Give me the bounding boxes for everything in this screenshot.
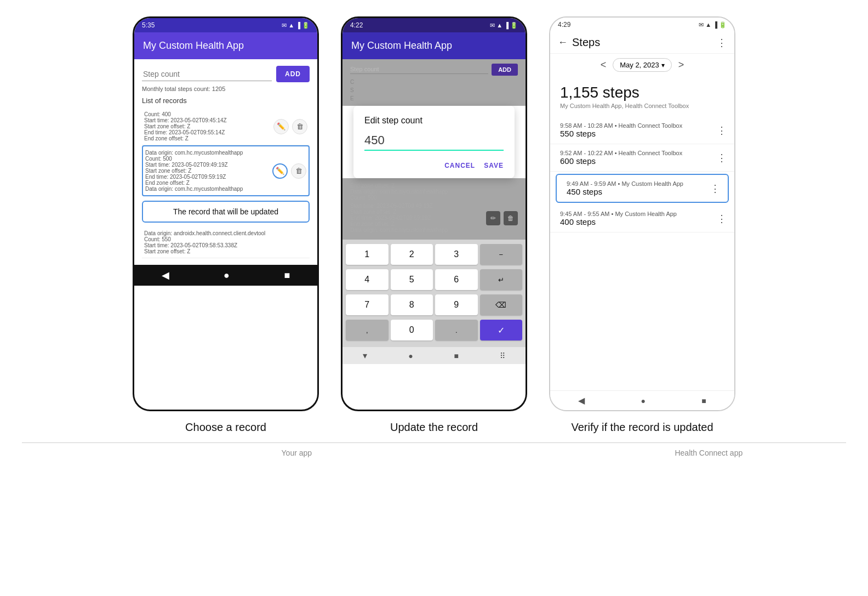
footer-your-app: Your app [22, 442, 572, 457]
phone3-steps-hero: 1,155 steps My Custom Health App, Health… [550, 76, 734, 112]
record3-start: Start time: 2023-05-02T09:58:53.338Z [144, 242, 271, 248]
phone1-nav-back[interactable]: ◀ [162, 269, 169, 281]
phone1-callout: The record that will be updated [142, 201, 310, 223]
phone1-monthly-total: Monthly total steps count: 1205 [142, 86, 310, 92]
key-comma[interactable]: , [346, 320, 389, 340]
phone3-record-2: 9:52 AM - 10:22 AM • Health Connect Tool… [550, 144, 734, 172]
phone3-record2-steps: 600 steps [560, 156, 724, 166]
key-2[interactable]: 2 [391, 244, 433, 265]
phone3-back-btn[interactable]: ← [558, 37, 568, 48]
phone2-status-bar: 4:22 ✉▲▐🔋 [342, 18, 526, 32]
phone1-app-bar: My Custom Health App [134, 32, 317, 59]
phone2-nav-recent[interactable]: ■ [454, 351, 458, 360]
record1-actions: ✏️ 🗑 [273, 119, 307, 134]
phone3-record1-time: 9:58 AM - 10:28 AM • Health Connect Tool… [560, 122, 724, 129]
phone1-content: ADD Monthly total steps count: 1205 List… [134, 59, 317, 265]
phone3-records-list: 9:58 AM - 10:28 AM • Health Connect Tool… [550, 112, 734, 390]
key-6[interactable]: 6 [435, 269, 478, 290]
phone1-record-3: Data origin: androidx.health.connect.cli… [142, 227, 310, 258]
phone3-record2-time: 9:52 AM - 10:22 AM • Health Connect Tool… [560, 150, 724, 156]
phone3-shell: 4:29 ✉▲▐🔋 ← Steps ⋮ < May 2, 2023 ▾ > 1,… [549, 16, 735, 411]
keyboard-row-4: , 0 . ✓ [345, 319, 523, 342]
phone3-record1-more[interactable]: ⋮ [717, 124, 727, 137]
record3-start-zone: Start zone offset: Z [144, 248, 271, 254]
key-5[interactable]: 5 [391, 269, 433, 290]
phone3-date-chevron: ▾ [661, 61, 665, 69]
key-enter[interactable]: ↵ [480, 269, 523, 290]
phone2-nav-home[interactable]: ● [408, 351, 413, 360]
footer: Your app Health Connect app [22, 442, 846, 457]
record1-start-zone: Start zone offset: Z [144, 123, 271, 129]
key-0[interactable]: 0 [391, 320, 433, 340]
phone3-nav-recent[interactable]: ■ [701, 396, 706, 405]
phone3-record2-more[interactable]: ⋮ [717, 152, 727, 164]
phone3-more-btn[interactable]: ⋮ [717, 37, 727, 49]
phone1-add-btn[interactable]: ADD [276, 66, 310, 82]
phone2-keyboard: 1 2 3 − 4 5 6 ↵ 7 8 9 ⌫ , 0 . ✓ [342, 240, 526, 347]
record2-start-zone: Start zone offset: Z [145, 168, 270, 174]
phone2-app-bar: My Custom Health App [342, 32, 526, 59]
record2-edit-btn[interactable]: ✏️ [272, 163, 288, 179]
record1-end-zone: End zone offset: Z [144, 135, 271, 141]
phone3-record3-more[interactable]: ⋮ [710, 183, 720, 195]
phone2-dimmed-top: Step count ADD C S E [342, 59, 526, 106]
key-1[interactable]: 1 [346, 244, 389, 265]
phone3-time: 4:29 [558, 21, 570, 29]
phone2-dialog: Edit step count CANCEL SAVE [353, 106, 515, 178]
phone1-time: 5:35 [142, 21, 155, 29]
phone3-record3-time: 9:49 AM - 9:59 AM • My Custom Health App [567, 180, 718, 187]
phone3-date-chip[interactable]: May 2, 2023 ▾ [613, 58, 672, 72]
key-dot[interactable]: . [435, 320, 478, 340]
phone3-toolbar: ← Steps ⋮ [550, 32, 734, 54]
phone2-dialog-title: Edit step count [364, 116, 504, 126]
record1-edit-btn[interactable]: ✏️ [273, 119, 289, 134]
key-9[interactable]: 9 [435, 294, 478, 315]
phone3-record-4: 9:45 AM - 9:55 AM • My Custom Health App… [550, 205, 734, 232]
record3-count: Count: 550 [144, 236, 271, 242]
record2-origin: Data origin: com.hc.mycustomhealthapp [145, 150, 270, 156]
phone1-signal: ✉▲▐🔋 [282, 22, 310, 29]
phone1-record-2: Data origin: com.hc.mycustomhealthapp Co… [142, 145, 310, 196]
phone2-save-btn[interactable]: SAVE [484, 160, 504, 172]
phone3-status-bar: 4:29 ✉▲▐🔋 [550, 18, 734, 32]
key-4[interactable]: 4 [346, 269, 389, 290]
phone3-nav-home[interactable]: ● [641, 396, 646, 405]
labels-row: Choose a record Update the record Verify… [22, 421, 846, 434]
phone3-record-1: 9:58 AM - 10:28 AM • Health Connect Tool… [550, 117, 734, 144]
phone3-record-3: 9:49 AM - 9:59 AM • My Custom Health App… [556, 174, 729, 203]
phone2-app-title: My Custom Health App [351, 40, 517, 52]
phone1-step-input[interactable] [142, 67, 272, 81]
phone1-nav-home[interactable]: ● [224, 270, 230, 281]
phone1-app-title: My Custom Health App [143, 40, 309, 52]
phone2-nav-grid[interactable]: ⠿ [500, 351, 505, 360]
record1-start: Start time: 2023-05-02T09:45:14Z [144, 117, 271, 123]
phone3-steps-sources: My Custom Health App, Health Connect Too… [560, 103, 724, 109]
phone2-dialog-input[interactable] [364, 132, 504, 151]
phone3-date-prev[interactable]: < [601, 59, 607, 71]
phone2-label: Update the record [341, 421, 527, 434]
record2-count: Count: 500 [145, 156, 270, 162]
record2-delete-btn[interactable]: 🗑 [291, 163, 306, 179]
phone2-nav-down[interactable]: ▾ [363, 350, 367, 361]
phone1-shell: 5:35 ✉▲▐🔋 My Custom Health App ADD Month… [133, 16, 319, 411]
key-minus[interactable]: − [480, 244, 523, 265]
key-confirm[interactable]: ✓ [480, 320, 523, 340]
phone2-cancel-btn[interactable]: CANCEL [444, 160, 475, 172]
record2-actions: ✏️ 🗑 [272, 163, 306, 179]
phone1-nav-recent[interactable]: ■ [284, 270, 290, 281]
phone3-toolbar-title: Steps [572, 36, 712, 49]
keyboard-row-2: 4 5 6 ↵ [345, 268, 523, 291]
phone3-date-next[interactable]: > [678, 59, 684, 71]
record1-delete-btn[interactable]: 🗑 [292, 119, 307, 134]
phone3-nav-back[interactable]: ◀ [578, 395, 585, 406]
key-3[interactable]: 3 [435, 244, 478, 265]
key-backspace[interactable]: ⌫ [480, 294, 523, 315]
footer-health-connect: Health Connect app [572, 442, 846, 457]
phone3-record3-steps: 450 steps [567, 187, 718, 196]
phone3-bottom-nav: ◀ ● ■ [550, 390, 734, 410]
keyboard-row-3: 7 8 9 ⌫ [345, 293, 523, 316]
key-7[interactable]: 7 [346, 294, 389, 315]
phone3-record4-more[interactable]: ⋮ [717, 213, 727, 225]
key-8[interactable]: 8 [391, 294, 433, 315]
phone2-dialog-actions: CANCEL SAVE [364, 160, 504, 172]
